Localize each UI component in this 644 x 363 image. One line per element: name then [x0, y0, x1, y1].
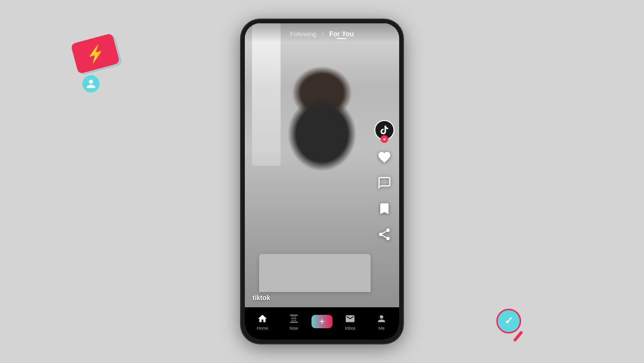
tiktok-logo-icon [379, 125, 390, 135]
top-navigation: Following | For You [245, 23, 399, 42]
heart-icon [376, 149, 393, 166]
create-button[interactable] [312, 315, 332, 328]
magnifier-handle [513, 331, 523, 342]
nav-divider: | [322, 30, 323, 37]
phone-screen: Following | For You + [245, 23, 399, 340]
svg-rect-0 [290, 314, 298, 315]
red-card: ⚡ [70, 33, 120, 74]
share-icon [376, 226, 393, 243]
me-icon [376, 313, 387, 324]
comment-button[interactable] [376, 174, 393, 192]
nav-me[interactable]: Me [366, 313, 397, 331]
home-label: Home [257, 326, 268, 331]
nav-create[interactable] [310, 315, 335, 328]
bookmark-icon [376, 200, 393, 217]
user-avatar-sticker [82, 75, 100, 92]
now-icon [288, 313, 300, 324]
scene: ⚡ Following | For You [0, 0, 644, 363]
creator-avatar[interactable]: + [374, 120, 394, 140]
creator-handle: tiktok [252, 294, 270, 302]
video-label: tiktok [252, 294, 270, 302]
bookmark-button[interactable] [376, 200, 393, 217]
laptop-prop [259, 254, 371, 292]
nav-now[interactable]: Now [278, 313, 310, 331]
now-label: Now [290, 326, 298, 331]
side-actions: + [374, 120, 394, 243]
lightning-icon: ⚡ [84, 44, 107, 63]
user-icon [86, 79, 96, 89]
follow-plus-icon[interactable]: + [381, 135, 388, 143]
foryou-tab[interactable]: For You [329, 30, 354, 38]
like-button[interactable] [376, 149, 393, 166]
inbox-icon [344, 313, 356, 324]
svg-rect-1 [290, 322, 298, 323]
following-tab[interactable]: Following [290, 30, 316, 38]
me-label: Me [379, 326, 385, 331]
phone-shell: Following | For You + [241, 20, 403, 343]
bottom-navigation: Home Now [245, 307, 399, 340]
share-button[interactable] [376, 226, 393, 243]
window-light [252, 23, 281, 166]
comment-icon [376, 174, 393, 192]
magnifier-sticker: ✓ [496, 309, 521, 333]
card-sticker: ⚡ [70, 33, 120, 74]
inbox-label: Inbox [345, 326, 355, 331]
nav-inbox[interactable]: Inbox [334, 313, 366, 331]
home-icon [257, 313, 268, 324]
checkmark-icon: ✓ [504, 315, 513, 327]
nav-home[interactable]: Home [247, 313, 278, 331]
magnifier-circle: ✓ [496, 309, 521, 333]
